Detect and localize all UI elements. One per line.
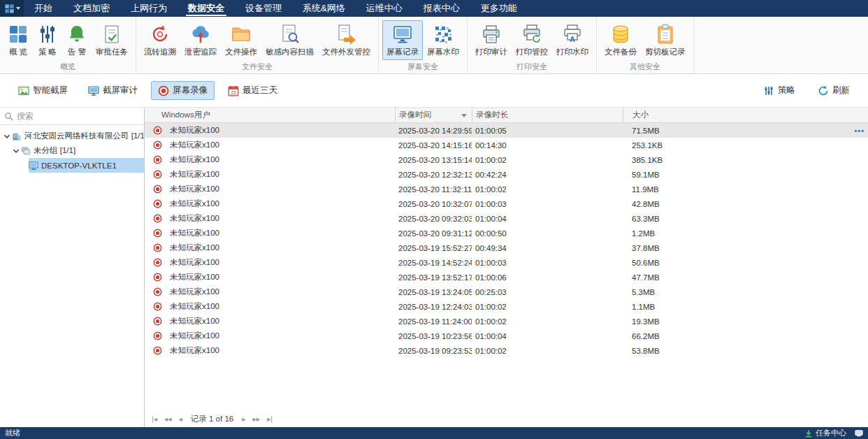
ribbon-button-print-control[interactable]: 打印管控 [512, 20, 552, 60]
cell-user: 未知玩家x100 [145, 167, 395, 182]
cell-user: 未知玩家x100 [145, 182, 395, 196]
content-scan-icon [280, 24, 301, 45]
ribbon-button-overview[interactable]: 概 览 [3, 20, 33, 60]
ribbon-button-label: 文件备份 [605, 47, 637, 57]
computer-icon [29, 161, 38, 171]
menu-item[interactable]: 设备管理 [235, 0, 292, 17]
menu-item[interactable]: 更多功能 [470, 0, 528, 17]
app-menu-button[interactable] [0, 0, 24, 17]
table-row[interactable]: 未知玩家x1002025-03-20 10:32:0701:00:0342.8M… [145, 196, 868, 211]
toolbar-button-label: 刷新 [832, 85, 850, 96]
ribbon-button-approval[interactable]: 审批任务 [92, 20, 132, 60]
table-row[interactable]: 未知玩家x1002025-03-19 11:24:0001:00:0219.3M… [145, 314, 868, 329]
tree-node-group[interactable]: 未分组 [1/1] [0, 143, 144, 158]
toolbar-right: 策略刷新 [756, 81, 857, 100]
chevron-down-icon[interactable] [3, 132, 11, 141]
record-icon [153, 243, 162, 252]
ribbon-button-content-scan[interactable]: 敏感内容扫描 [261, 20, 318, 60]
table-body: 未知玩家x1002025-03-20 14:29:5901:00:0571.5M… [145, 123, 868, 358]
ribbon-button-file-ops[interactable]: 文件操作 [221, 20, 261, 60]
record-icon [153, 273, 162, 282]
menu-item[interactable]: 运维中心 [356, 0, 413, 17]
table-row[interactable]: 未知玩家x1002025-03-20 12:32:1300:42:2459.1M… [145, 167, 868, 182]
ribbon-button-print-watermark[interactable]: A打印水印 [552, 20, 593, 60]
cell-size: 47.7MB [623, 270, 868, 285]
download-icon [804, 429, 813, 438]
toolbar-button-label: 智能截屏 [33, 85, 68, 96]
menu-item[interactable]: 上网行为 [120, 0, 178, 17]
tree-node-computer[interactable]: DESKTOP-VLKTLE1 [0, 158, 144, 173]
table-row[interactable]: 未知玩家x1002025-03-19 12:24:0301:00:021.1MB [145, 299, 868, 314]
ribbon-button-policy[interactable]: 策 略 [33, 20, 62, 60]
table-row[interactable]: 未知玩家x1002025-03-19 14:52:2401:00:0350.6M… [145, 255, 868, 270]
ribbon-button-label: 概 览 [9, 47, 27, 57]
cell-duration: 01:00:02 [472, 182, 623, 196]
ribbon-button-label: 策 略 [38, 47, 57, 57]
menu-item[interactable]: 数据安全 [178, 0, 235, 17]
ribbon-button-clipboard[interactable]: 剪切板记录 [641, 20, 690, 60]
ribbon-group-label: 概览 [0, 62, 136, 72]
cell-size: 1.1MB [623, 299, 868, 314]
table-row[interactable]: 未知玩家x1002025-03-20 14:29:5901:00:0571.5M… [145, 123, 868, 138]
prev-page-button[interactable]: ◂ [176, 415, 185, 423]
tray-monitor-icon[interactable] [855, 429, 863, 438]
tree-node-company[interactable]: 河北安固云网络科技有限公司 [1/1] [0, 129, 144, 143]
ribbon-button-screen-record[interactable]: 屏幕记录 [382, 20, 423, 60]
table-row[interactable]: 未知玩家x1002025-03-19 13:24:0500:25:035.3MB [145, 285, 868, 299]
table-row[interactable]: 未知玩家x1002025-03-20 13:15:1401:00:02385.1… [145, 152, 868, 167]
table-row[interactable]: 未知玩家x1002025-03-19 09:23:5301:00:0253.8M… [145, 343, 868, 358]
ribbon-button-print-audit[interactable]: 打印审计 [471, 20, 512, 60]
first-page-button[interactable]: |◂ [149, 415, 160, 423]
cell-user: 未知玩家x100 [145, 196, 395, 211]
column-header-2[interactable]: 录像时长 [472, 108, 623, 122]
ribbon-button-file-outgoing[interactable]: 文件外发管控 [318, 20, 375, 60]
record-icon [153, 317, 162, 326]
column-header-1[interactable]: 录像时间 [395, 108, 472, 122]
cell-user-label: 未知玩家x100 [170, 301, 219, 312]
menu-item[interactable]: 文档加密 [63, 0, 120, 17]
ribbon-button-screen-watermark[interactable]: 屏幕水印 [423, 20, 463, 60]
table-row[interactable]: 未知玩家x1002025-03-19 15:52:2700:49:3437.8M… [145, 240, 868, 255]
table-row[interactable]: 未知玩家x1002025-03-20 11:32:1101:00:0211.9M… [145, 182, 868, 196]
record-icon [153, 126, 162, 135]
menu-item[interactable]: 报表中心 [413, 0, 470, 17]
toolbar-button-record[interactable]: 屏幕录像 [151, 81, 215, 100]
cell-duration: 01:00:04 [472, 211, 623, 226]
menu-item[interactable]: 系统&网络 [292, 0, 356, 17]
ribbon-button-file-backup[interactable]: 文件备份 [600, 20, 641, 60]
column-header-0[interactable]: Windows用户 [145, 108, 395, 122]
more-actions-button[interactable]: ••• [854, 123, 865, 138]
table-row[interactable]: 未知玩家x1002025-03-20 14:15:1600:14:30253.1… [145, 138, 868, 152]
table-row[interactable]: 未知玩家x1002025-03-20 09:31:1200:00:501.2MB [145, 226, 868, 240]
ribbon-button-label: 告 警 [68, 47, 86, 57]
cell-user-label: 未知玩家x100 [170, 257, 219, 268]
toolbar-button-calendar[interactable]: 23最近三天 [221, 81, 284, 100]
next-page-button[interactable]: ▸ [239, 415, 248, 423]
ribbon-button-leak-track[interactable]: 泄密追踪 [180, 20, 221, 60]
table-row[interactable]: 未知玩家x1002025-03-20 09:32:0301:00:0463.3M… [145, 211, 868, 226]
cell-user-label: 未知玩家x100 [170, 199, 219, 209]
ribbon-button-label: 敏感内容扫描 [266, 47, 314, 57]
record-icon [153, 302, 162, 311]
toolbar-button-capture-audit[interactable]: 截屏审计 [81, 81, 145, 100]
table-row[interactable]: 未知玩家x1002025-03-19 10:23:5601:00:0466.2M… [145, 329, 868, 343]
sort-dropdown-icon[interactable] [461, 114, 467, 117]
ribbon-button-trace[interactable]: 流转追溯 [140, 20, 180, 60]
menu-item[interactable]: 开始 [24, 0, 63, 17]
task-center-button[interactable]: 任务中心 [804, 428, 846, 438]
last-page-button[interactable]: ▸| [264, 415, 275, 423]
table-row[interactable]: 未知玩家x1002025-03-19 13:52:1701:00:0647.7M… [145, 270, 868, 285]
fast-prev-button[interactable]: ◂◂ [161, 415, 175, 423]
toolbar-button-smart-capture[interactable]: 智能截屏 [11, 81, 75, 100]
column-header-3[interactable]: 大小 [623, 108, 868, 122]
chevron-down-icon[interactable] [12, 147, 20, 155]
toolbar-button-filter[interactable]: 策略 [756, 81, 802, 100]
statusbar-right: 任务中心 [804, 428, 863, 438]
pagination-label: 记录 1 of 16 [191, 414, 233, 424]
search-input[interactable] [17, 111, 140, 121]
cell-user-label: 未知玩家x100 [170, 213, 219, 224]
toolbar-button-refresh[interactable]: 刷新 [811, 81, 857, 100]
cell-size: 37.8MB [623, 240, 868, 255]
fast-next-button[interactable]: ▸▸ [249, 415, 263, 423]
ribbon-button-alert[interactable]: 告 警 [62, 20, 92, 60]
